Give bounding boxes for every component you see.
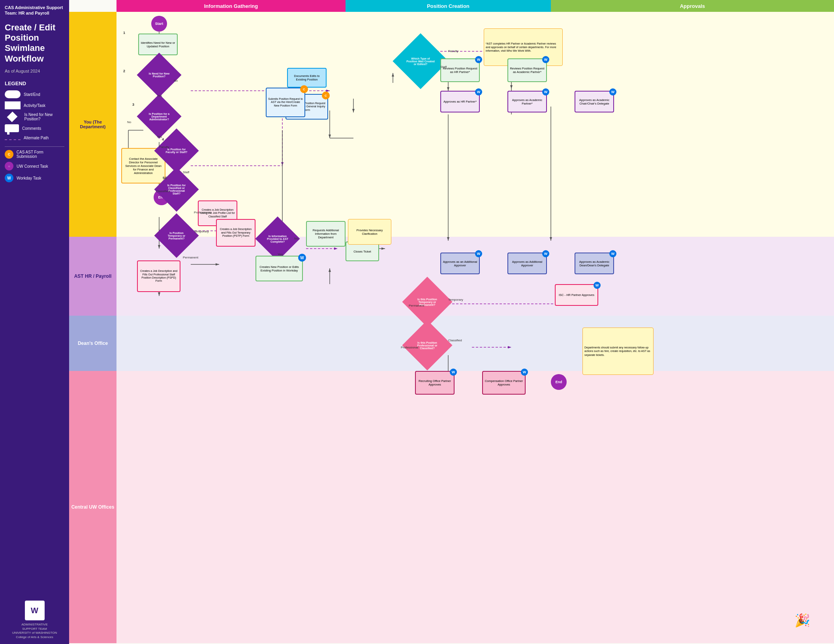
workday-badge-12: W [475, 250, 482, 257]
node-11: Approves as HR Partner* [440, 91, 480, 112]
n12e-label: Approves as Additional Approver [510, 260, 545, 267]
workday-badge-12e: W [542, 250, 549, 257]
n7-label: Creates New Position or Edits Existing P… [258, 265, 301, 272]
footer-line3: UNIVERSITY of WASHINGTON [12, 631, 57, 635]
workday-badge-13e: W [609, 88, 616, 95]
n6-label: Is Information Provided to AST Complete? [266, 235, 289, 243]
swimlane-dept-label: You (The Department) [69, 12, 116, 237]
node-6c: Is Position Temporary or Permanent? [161, 220, 192, 251]
n13e-label: Approves as Academic Chair/Chair's Deleg… [577, 98, 612, 105]
dept-note: Departments should submit any necessary … [582, 328, 654, 375]
dashed-shape [5, 139, 21, 140]
step-4-label: 4 [162, 137, 164, 141]
n6c-perm-label: Permanent [183, 256, 198, 259]
node-14e: Approves as Academic Dean/Dean's Delegat… [575, 253, 614, 274]
ast-note-label: *AST completes HR Partner or Academic Pa… [486, 42, 561, 52]
node-6: Is Information Provided to AST Complete? [262, 223, 293, 255]
n16g-label: Compensation Office Partner Approves [485, 379, 523, 386]
legend-label-activity: Activity/Task [24, 103, 45, 108]
n11e-label: Approves as Academic Partner* [510, 98, 545, 105]
node-12: Approves as an Additional Approver [440, 253, 480, 274]
node-2: Is Need for New Position? [143, 59, 175, 91]
n5c-classified-label: Classified [156, 189, 170, 193]
decision-shape [7, 112, 17, 122]
swimlane-ast-label: AST HR / Payroll [69, 237, 116, 316]
swimlane-central-bg [116, 371, 834, 643]
step-1-label: 1 [123, 31, 125, 35]
n13-temp-label: Temporary [448, 298, 463, 301]
legend-label-alternate: Alternate Path [24, 136, 49, 140]
divider1 [5, 146, 64, 147]
start-label: Start [155, 22, 163, 26]
uw-logo: W [25, 601, 45, 620]
n15-label: Recruiting Office Partner Approves [417, 379, 452, 386]
team-title: CAS Administrative Support Team: HR and … [5, 5, 64, 16]
cas-badge-5: C [300, 85, 308, 93]
node-13: Is this Position Temporary or Permanent? [409, 284, 445, 320]
node-13e: Approves as Academic Chair/Chair's Deleg… [575, 91, 614, 112]
legend-cas: C CAS AST Form Submission [5, 150, 64, 159]
n10-label: Reviews Position Request as HR Partner* [443, 67, 477, 74]
node-10: Reviews Position Request as HR Partner* [440, 58, 480, 82]
legend-label-decision: Is Need for New Position? [24, 112, 64, 121]
workday-badge-11e: W [542, 88, 549, 95]
step-5c-label: 5C [163, 176, 167, 180]
phase-info-label: Information Gathering [204, 3, 258, 9]
swimlane-ast-bg [116, 237, 834, 316]
page-container: CAS Administrative Support Team: HR and … [0, 0, 834, 644]
n4-label: Is Position for Faculty or Staff? [165, 148, 188, 154]
legend-label-comments: Comments [22, 126, 41, 131]
n4b-label: Contact the Associate Director for Perso… [124, 155, 163, 176]
n2-no-label: No [174, 79, 178, 82]
n3-yes-label: Yes [157, 135, 162, 139]
legend-start-end: Start/End [5, 90, 64, 98]
legend-workday: W Workday Task [5, 174, 64, 182]
n1-label: Identifies Need for New or Updated Posit… [141, 41, 175, 48]
date-label: As of August 2024 [5, 69, 64, 73]
phase-approvals-label: Approvals [680, 3, 705, 9]
sidebar-footer: W ADMINISTRATIVE SUPPORT TEAM UNIVERSITY… [5, 601, 64, 639]
node-8d: Provides Necessary Clarification [348, 219, 391, 245]
n9-label: Which Type of Position Was Created or Ed… [406, 57, 435, 66]
n9-faculty-label: Faculty [448, 49, 458, 53]
legend-alternate: Alternate Path [5, 135, 64, 140]
n4-faculty-label: Faculty [159, 145, 169, 149]
comment-shape [5, 124, 19, 132]
workday-badge-10: W [475, 56, 482, 63]
workday-badge-11: W [475, 88, 482, 95]
node-7: Creates New Position or Edits Existing P… [255, 256, 303, 281]
swimlane-deans-label: Dean's Office [69, 316, 116, 371]
n9-staff-label: Staff [440, 65, 447, 69]
workday-icon: W [5, 174, 13, 182]
node-1: Identifies Need for New or Updated Posit… [138, 34, 178, 55]
cas-icon: C [5, 150, 13, 159]
step-2-label: 2 [123, 69, 125, 73]
node-5: Submits Position Request to AST via the … [266, 88, 305, 117]
sidebar: CAS Administrative Support Team: HR and … [0, 0, 69, 644]
n14f-label: ISC - HR Partner Approves [559, 293, 594, 297]
end2-label: End [556, 380, 562, 384]
end-node-2: End [551, 374, 567, 390]
node-12e: Approves as Additional Approver [507, 253, 547, 274]
workday-badge-16g: W [521, 369, 528, 376]
node-16g: Compensation Office Partner Approves [482, 371, 526, 395]
footer-line2: SUPPORT TEAM [12, 627, 57, 631]
activity-shape [5, 101, 21, 109]
node-14f: ISC - HR Partner Approves [555, 284, 598, 306]
node-3: Is Position for a Department Administrat… [143, 101, 175, 132]
node-15: Recruiting Office Partner Approves [415, 371, 455, 395]
n3-no-label: No [127, 120, 131, 124]
legend-label-workday: Workday Task [17, 176, 41, 180]
workday-badge-14f: W [594, 282, 601, 289]
legend-comments: Comments [5, 124, 64, 132]
n13-perm-label: Permanent [409, 304, 424, 307]
n2-yes-label: Yes [157, 94, 162, 97]
n12-label: Approves as an Additional Approver [443, 260, 477, 267]
phase-position-header: Position Creation [346, 0, 551, 12]
step-3-label: 3 [132, 103, 134, 107]
phase-info-header: Information Gathering [116, 0, 346, 12]
n8d-label: Provides Necessary Clarification [350, 228, 389, 236]
start-end-shape [5, 90, 21, 98]
legend-label-uwconnect: UW Connect Task [17, 164, 48, 168]
node-4: Is Position for Faculty or Staff? [161, 135, 192, 167]
